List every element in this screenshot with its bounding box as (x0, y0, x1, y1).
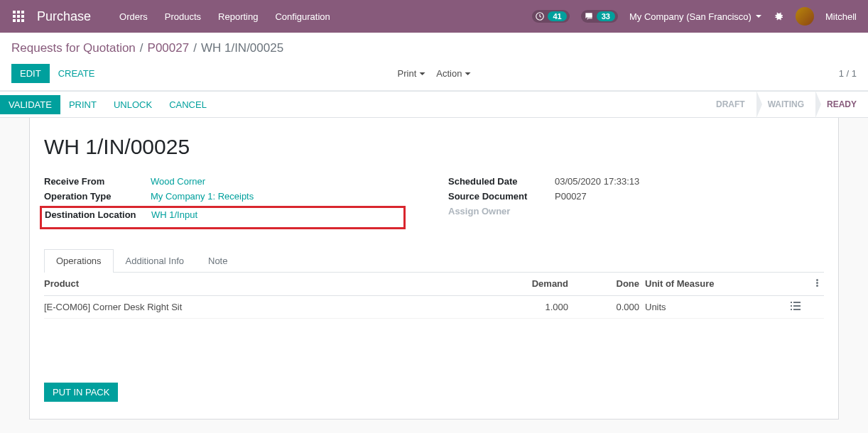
col-uom-header[interactable]: Unit of Measure (639, 278, 781, 290)
operation-type-value[interactable]: My Company 1: Receipts (151, 191, 420, 202)
tab-note[interactable]: Note (196, 249, 239, 272)
receive-from-label: Receive From (44, 176, 151, 187)
svg-rect-2 (21, 11, 24, 13)
svg-rect-3 (13, 15, 16, 18)
svg-rect-1 (17, 11, 20, 13)
messages-pill[interactable]: 33 (581, 10, 618, 23)
nav-right: 41 33 My Company (San Francisco) Mitchel… (532, 7, 857, 26)
scheduled-date-label: Scheduled Date (448, 176, 555, 187)
top-nav: Purchase Orders Products Reporting Confi… (0, 0, 868, 33)
tabs: Operations Additional Info Note (44, 249, 824, 273)
breadcrumb-bar: Requests for Quotation / P00027 / WH 1/I… (0, 33, 868, 91)
field-operation-type: Operation Type My Company 1: Receipts (44, 191, 420, 202)
form-col-left: Receive From Wood Corner Operation Type … (44, 176, 420, 229)
cell-uom: Units (639, 302, 781, 312)
form-columns: Receive From Wood Corner Operation Type … (44, 176, 824, 229)
field-assign-owner: Assign Owner (448, 206, 824, 217)
stage-ready[interactable]: Ready (815, 92, 868, 117)
svg-rect-6 (13, 19, 16, 22)
edit-button[interactable]: Edit (11, 64, 50, 83)
tab-additional-info[interactable]: Additional Info (114, 249, 196, 272)
col-demand-header[interactable]: Demand (497, 278, 582, 290)
action-dropdown[interactable]: Action (436, 68, 470, 79)
breadcrumb: Requests for Quotation / P00027 / WH 1/I… (11, 41, 857, 55)
put-in-pack-button[interactable]: Put in Pack (44, 383, 118, 402)
activities-pill[interactable]: 41 (532, 10, 569, 23)
col-done-header[interactable]: Done (582, 278, 639, 290)
user-name[interactable]: Mitchell (825, 11, 857, 22)
svg-rect-0 (13, 11, 16, 13)
grid-header: Product Demand Done Unit of Measure (44, 273, 824, 296)
cell-product: [E-COM06] Corner Desk Right Sit (44, 302, 497, 312)
col-icon-header (781, 278, 810, 290)
nav-configuration[interactable]: Configuration (275, 11, 330, 22)
control-center: Print Action (398, 68, 471, 79)
print-button[interactable]: Print (60, 95, 105, 114)
unlock-button[interactable]: Unlock (105, 95, 161, 114)
svg-rect-8 (21, 19, 24, 22)
bc-sep: / (140, 41, 143, 55)
bc-po[interactable]: P00027 (148, 41, 190, 55)
activities-count: 41 (548, 11, 566, 21)
company-selector[interactable]: My Company (San Francisco) (629, 11, 761, 22)
app-title[interactable]: Purchase (37, 9, 91, 24)
svg-rect-11 (793, 302, 801, 303)
svg-rect-12 (791, 305, 792, 307)
cancel-button[interactable]: Cancel (161, 95, 215, 114)
bc-rfq[interactable]: Requests for Quotation (11, 41, 136, 55)
chevron-down-icon (419, 72, 425, 75)
avatar[interactable] (796, 7, 814, 26)
create-button[interactable]: Create (50, 64, 104, 83)
field-destination: Destination Location WH 1/Input (45, 209, 401, 220)
form-col-right: Scheduled Date 03/05/2020 17:33:13 Sourc… (448, 176, 824, 229)
kebab-icon (816, 278, 818, 287)
stage-draft[interactable]: Draft (705, 92, 756, 117)
scheduled-date-value: 03/05/2020 17:33:13 (555, 176, 824, 187)
svg-rect-4 (17, 15, 20, 18)
nav-products[interactable]: Products (165, 11, 201, 22)
chevron-down-icon (465, 72, 470, 75)
svg-rect-13 (793, 305, 801, 307)
print-dropdown[interactable]: Print (398, 68, 425, 79)
svg-rect-10 (791, 302, 792, 303)
assign-owner-label: Assign Owner (448, 206, 510, 217)
debug-icon[interactable] (773, 11, 784, 22)
cell-demand: 1.000 (497, 302, 582, 312)
source-doc-label: Source Document (448, 191, 555, 202)
validate-button[interactable]: Validate (0, 95, 60, 114)
svg-rect-5 (21, 15, 24, 18)
destination-highlight: Destination Location WH 1/Input (40, 206, 406, 229)
svg-rect-15 (793, 309, 801, 310)
tab-operations[interactable]: Operations (44, 249, 114, 273)
apps-icon[interactable] (11, 9, 26, 23)
status-stages: Draft Waiting Ready (705, 92, 868, 117)
field-source-doc: Source Document P00027 (448, 191, 824, 202)
bc-current: WH 1/IN/00025 (201, 41, 283, 55)
field-receive-from: Receive From Wood Corner (44, 176, 420, 187)
stage-waiting[interactable]: Waiting (756, 92, 815, 117)
nav-orders[interactable]: Orders (119, 11, 148, 22)
status-bar: Validate Print Unlock Cancel Draft Waiti… (0, 91, 868, 118)
detail-icon[interactable] (781, 302, 810, 312)
source-doc-value: P00027 (555, 191, 824, 202)
receive-from-value[interactable]: Wood Corner (151, 176, 420, 187)
col-product-header[interactable]: Product (44, 278, 497, 290)
pager[interactable]: 1 / 1 (839, 68, 857, 79)
col-options[interactable] (810, 278, 824, 290)
table-row[interactable]: [E-COM06] Corner Desk Right Sit 1.000 0.… (44, 296, 824, 319)
destination-label: Destination Location (45, 209, 151, 220)
company-name: My Company (San Francisco) (629, 11, 752, 22)
operation-type-label: Operation Type (44, 191, 151, 202)
bc-sep: / (193, 41, 197, 55)
form-sheet: WH 1/IN/00025 Receive From Wood Corner O… (29, 118, 839, 420)
svg-rect-14 (791, 309, 792, 310)
nav-reporting[interactable]: Reporting (218, 11, 258, 22)
messages-count: 33 (597, 11, 615, 21)
control-row: Edit Create Print Action 1 / 1 (11, 64, 857, 90)
put-in-pack-row: Put in Pack (44, 383, 824, 402)
status-actions: Validate Print Unlock Cancel (0, 92, 215, 117)
svg-rect-7 (17, 19, 20, 22)
cell-done: 0.000 (582, 302, 639, 312)
field-scheduled-date: Scheduled Date 03/05/2020 17:33:13 (448, 176, 824, 187)
destination-value[interactable]: WH 1/Input (151, 209, 401, 220)
